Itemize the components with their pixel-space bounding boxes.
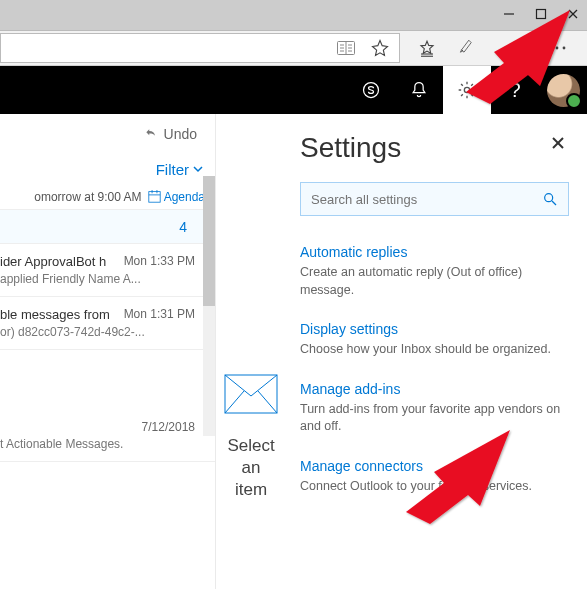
envelope-icon bbox=[224, 374, 278, 414]
skype-button[interactable] bbox=[347, 66, 395, 114]
option-manage-connectors[interactable]: Manage connectors Connect Outlook to you… bbox=[300, 458, 569, 496]
reading-pane-w1: Select bbox=[216, 435, 286, 457]
settings-title: Settings bbox=[300, 132, 569, 164]
minimize-button[interactable] bbox=[503, 7, 515, 23]
message-time: 7/12/2018 bbox=[142, 420, 205, 434]
filter-button[interactable]: Filter bbox=[0, 154, 215, 184]
scrollbar[interactable] bbox=[203, 176, 215, 436]
help-label: ? bbox=[509, 79, 520, 102]
undo-button[interactable]: Undo bbox=[0, 114, 215, 154]
undo-label: Undo bbox=[164, 126, 197, 142]
reading-pane: Select an item bbox=[216, 114, 286, 589]
option-manage-addins[interactable]: Manage add-ins Turn add-ins from your fa… bbox=[300, 381, 569, 436]
pinned-count-row[interactable]: 4 bbox=[0, 210, 215, 244]
settings-gear-button[interactable] bbox=[443, 66, 491, 114]
undo-icon bbox=[144, 127, 158, 141]
option-desc: Connect Outlook to your favorite service… bbox=[300, 478, 569, 496]
pinned-count: 4 bbox=[179, 219, 187, 235]
avatar-button[interactable] bbox=[539, 66, 587, 114]
settings-panel: Settings Automatic replies Create an aut… bbox=[286, 114, 587, 589]
message-preview: applied Friendly Name A... bbox=[0, 272, 205, 286]
option-display-settings[interactable]: Display settings Choose how your Inbox s… bbox=[300, 321, 569, 359]
option-title: Automatic replies bbox=[300, 244, 569, 260]
reading-pane-w2: an bbox=[216, 457, 286, 479]
message-preview: t Actionable Messages. bbox=[0, 437, 205, 451]
svg-line-27 bbox=[552, 201, 556, 205]
agenda-link[interactable]: Agenda bbox=[148, 190, 205, 204]
svg-point-15 bbox=[556, 47, 559, 50]
notifications-button[interactable] bbox=[395, 66, 443, 114]
chevron-down-icon bbox=[193, 164, 203, 174]
message-item[interactable]: 7/12/2018 t Actionable Messages. bbox=[0, 410, 215, 462]
svg-point-18 bbox=[464, 87, 469, 92]
svg-rect-19 bbox=[148, 192, 159, 203]
option-desc: Create an automatic reply (Out of office… bbox=[300, 264, 569, 299]
option-desc: Choose how your Inbox should be organize… bbox=[300, 341, 569, 359]
reading-pane-w3: item bbox=[216, 479, 286, 501]
message-time: Mon 1:31 PM bbox=[124, 307, 205, 322]
svg-point-14 bbox=[549, 47, 552, 50]
search-icon bbox=[542, 191, 558, 207]
svg-rect-1 bbox=[537, 10, 546, 19]
close-icon bbox=[551, 136, 565, 150]
reading-mode-icon[interactable] bbox=[337, 41, 355, 55]
avatar-icon bbox=[547, 74, 580, 107]
calendar-icon bbox=[148, 190, 161, 203]
browser-actions bbox=[400, 31, 587, 65]
favorite-star-icon[interactable] bbox=[371, 39, 389, 57]
scrollbar-thumb[interactable] bbox=[203, 176, 215, 306]
window-titlebar bbox=[0, 0, 587, 30]
help-button[interactable]: ? bbox=[491, 66, 539, 114]
settings-search-input[interactable] bbox=[311, 192, 542, 207]
message-subject: ider ApprovalBot h bbox=[0, 254, 106, 269]
more-icon[interactable] bbox=[548, 46, 566, 50]
svg-point-26 bbox=[545, 194, 553, 202]
pen-icon[interactable] bbox=[458, 39, 476, 57]
message-subject: ble messages from bbox=[0, 307, 110, 322]
settings-search[interactable] bbox=[300, 182, 569, 216]
favorites-list-icon[interactable] bbox=[418, 39, 436, 57]
message-preview: or) d82cc073-742d-49c2-... bbox=[0, 325, 205, 339]
app-header: ? bbox=[0, 66, 587, 114]
option-desc: Turn add-ins from your favorite app vend… bbox=[300, 401, 569, 436]
message-item[interactable]: ider ApprovalBot h Mon 1:33 PM applied F… bbox=[0, 244, 215, 297]
option-title: Display settings bbox=[300, 321, 569, 337]
message-item[interactable]: ble messages from Mon 1:31 PM or) d82cc0… bbox=[0, 297, 215, 350]
agenda-text: omorrow at 9:00 AM bbox=[34, 190, 141, 204]
option-title: Manage connectors bbox=[300, 458, 569, 474]
message-time: Mon 1:33 PM bbox=[124, 254, 205, 269]
option-automatic-replies[interactable]: Automatic replies Create an automatic re… bbox=[300, 244, 569, 299]
option-title: Manage add-ins bbox=[300, 381, 569, 397]
maximize-button[interactable] bbox=[535, 7, 547, 23]
message-list: Undo Filter omorrow at 9:00 AM Agenda 4 … bbox=[0, 114, 216, 589]
svg-point-16 bbox=[563, 47, 566, 50]
browser-toolbar bbox=[0, 30, 587, 66]
close-settings-button[interactable] bbox=[551, 134, 565, 155]
filter-label: Filter bbox=[156, 161, 189, 178]
agenda-link-label: Agenda bbox=[164, 190, 205, 204]
url-box[interactable] bbox=[0, 33, 400, 63]
agenda-row: omorrow at 9:00 AM Agenda bbox=[0, 184, 215, 210]
window-close-button[interactable] bbox=[567, 7, 579, 23]
